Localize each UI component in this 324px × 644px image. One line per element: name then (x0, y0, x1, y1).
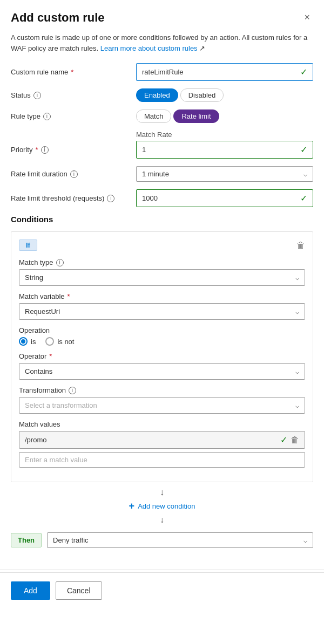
operator-dropdown[interactable]: Contains ⌵ (19, 363, 305, 380)
add-condition-area: ↓ + Add new condition ↓ (11, 488, 313, 525)
match-variable-label: Match variable * (19, 292, 305, 300)
add-condition-button[interactable]: + Add new condition (125, 498, 200, 514)
condition-block: If 🗑 Match type i String ⌵ Match variabl… (11, 231, 313, 482)
rule-type-info-icon[interactable]: i (43, 113, 51, 120)
match-type-info-icon[interactable]: i (56, 259, 64, 266)
arrow-down-icon-2: ↓ (160, 515, 164, 525)
operation-group: Operation is is not (19, 326, 305, 346)
cancel-button[interactable]: Cancel (56, 581, 102, 600)
operation-is-radio[interactable] (19, 337, 28, 346)
threshold-info-icon[interactable]: i (107, 195, 114, 202)
status-toggle: Enabled Disabled (136, 88, 224, 102)
action-bar: Add Cancel (0, 572, 324, 608)
action-dropdown[interactable]: Deny traffic ⌵ (47, 532, 313, 548)
close-button[interactable]: × (301, 11, 313, 24)
add-button[interactable]: Add (11, 581, 50, 600)
operator-group: Operator * Contains ⌵ (19, 352, 305, 380)
priority-valid-icon: ✓ (300, 145, 307, 155)
transformation-info-icon[interactable]: i (69, 387, 76, 394)
match-type-label: Match type i (19, 258, 305, 266)
condition-header: If 🗑 (19, 239, 305, 251)
transformation-dropdown[interactable]: Select a transformation ⌵ (19, 397, 305, 414)
threshold-valid-icon: ✓ (300, 193, 307, 203)
match-variable-dropdown[interactable]: RequestUri ⌵ (19, 303, 305, 320)
operation-is-not-radio[interactable] (45, 337, 54, 346)
rate-limit-threshold-label: Rate limit threshold (requests) i (11, 194, 130, 202)
operation-is-option[interactable]: is (19, 337, 36, 346)
priority-label: Priority * i (11, 146, 130, 154)
match-value-1[interactable]: /promo ✓ 🗑 (19, 431, 305, 449)
then-badge: Then (11, 533, 42, 547)
arrow-down-icon: ↓ (160, 488, 164, 497)
operation-is-not-option[interactable]: is not (45, 337, 74, 346)
valid-icon: ✓ (300, 67, 307, 77)
custom-rule-name-label: Custom rule name * (11, 68, 130, 76)
match-value-delete-icon[interactable]: 🗑 (291, 435, 299, 445)
rule-type-toggle: Match Rate limit (136, 109, 219, 123)
status-label: Status i (11, 91, 130, 99)
rule-type-rate-limit-button[interactable]: Rate limit (173, 109, 219, 123)
conditions-section-title: Conditions (11, 215, 313, 224)
if-badge: If (19, 239, 37, 251)
match-values-label: Match values (19, 420, 305, 428)
match-value-empty-input[interactable]: Enter a match value (19, 452, 305, 468)
status-enabled-button[interactable]: Enabled (136, 88, 178, 102)
status-info-icon[interactable]: i (33, 92, 41, 99)
match-value-row-1: /promo ✓ 🗑 (19, 431, 305, 449)
divider (0, 570, 324, 570)
rule-type-label: Rule type i (11, 112, 130, 120)
operator-chevron-icon: ⌵ (295, 368, 299, 375)
match-value-valid-icon: ✓ (280, 435, 287, 445)
match-type-chevron-icon: ⌵ (295, 274, 299, 282)
rate-limit-duration-dropdown[interactable]: 1 minute ⌵ (136, 166, 313, 182)
duration-info-icon[interactable]: i (70, 170, 78, 178)
match-variable-chevron-icon: ⌵ (295, 308, 299, 316)
match-variable-group: Match variable * RequestUri ⌵ (19, 292, 305, 320)
match-rate-label: Match Rate (136, 131, 172, 139)
duration-chevron-icon: ⌵ (303, 170, 307, 178)
delete-condition-icon[interactable]: 🗑 (296, 241, 305, 250)
priority-info-icon[interactable]: i (41, 146, 49, 154)
then-row: Then Deny traffic ⌵ (11, 532, 313, 548)
rate-limit-threshold-dropdown[interactable]: 1000 ✓ (136, 189, 313, 207)
transformation-group: Transformation i Select a transformation… (19, 386, 305, 414)
panel-title: Add custom rule (11, 11, 105, 25)
learn-more-link[interactable]: Learn more about custom rules (100, 44, 198, 52)
match-type-dropdown[interactable]: String ⌵ (19, 269, 305, 286)
plus-icon: + (129, 501, 135, 512)
operation-label: Operation (19, 326, 305, 334)
rate-limit-duration-label: Rate limit duration i (11, 170, 130, 178)
action-chevron-icon: ⌵ (303, 537, 307, 544)
description-text: A custom rule is made up of one or more … (11, 32, 313, 53)
match-values-group: Match values /promo ✓ 🗑 Enter a match va… (19, 420, 305, 468)
priority-dropdown[interactable]: 1 ✓ (136, 141, 313, 159)
operation-options: is is not (19, 337, 305, 346)
match-value-row-empty: Enter a match value (19, 452, 305, 468)
custom-rule-name-input[interactable]: rateLimitRule ✓ (136, 63, 313, 81)
transformation-label: Transformation i (19, 386, 305, 394)
transformation-chevron-icon: ⌵ (295, 402, 299, 409)
match-type-group: Match type i String ⌵ (19, 258, 305, 286)
rule-type-match-button[interactable]: Match (136, 109, 171, 123)
operator-label: Operator * (19, 352, 305, 360)
status-disabled-button[interactable]: Disabled (180, 88, 224, 102)
required-indicator: * (71, 68, 73, 76)
